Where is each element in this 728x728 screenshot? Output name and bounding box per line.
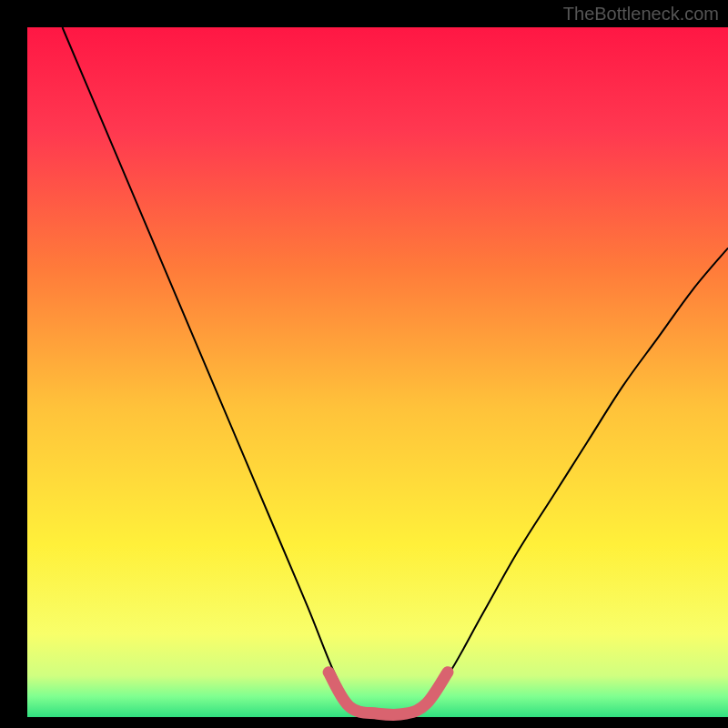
plot-background xyxy=(27,27,728,717)
watermark-text: TheBottleneck.com xyxy=(563,4,719,25)
bottleneck-chart: TheBottleneck.com xyxy=(0,0,728,728)
chart-svg xyxy=(0,0,728,728)
